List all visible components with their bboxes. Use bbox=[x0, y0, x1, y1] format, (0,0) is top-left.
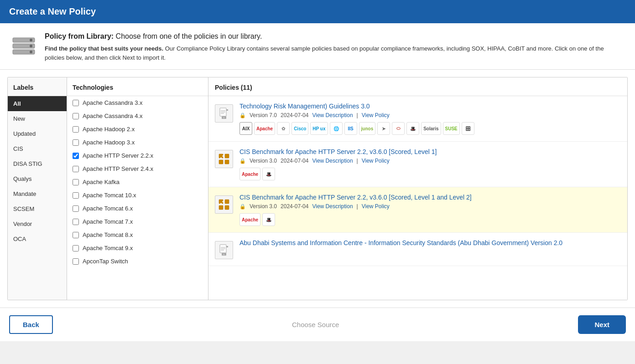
svg-point-23 bbox=[223, 201, 224, 203]
next-button[interactable]: Next bbox=[578, 315, 626, 334]
puzzle-icon bbox=[215, 195, 233, 214]
policy-details-cis-apache-http-22-level1: CIS Benchmark for Apache HTTP Server 2.2… bbox=[239, 148, 621, 180]
link-separator: | bbox=[357, 112, 358, 118]
intro-section: Policy from Library: Choose from one of … bbox=[0, 23, 635, 70]
tag-redhat: 🎩 bbox=[262, 168, 275, 180]
policy-item-abu-dhabi[interactable]: ≡ Abu Dhabi Systems and Information Cent… bbox=[208, 233, 627, 266]
tech-label-apache-tomcat-7[interactable]: Apache Tomcat 7.x bbox=[83, 218, 133, 225]
label-item-vendor[interactable]: Vendor bbox=[8, 216, 67, 231]
policy-tags-cis-apache-http-22-level12: Apache🎩 bbox=[239, 213, 621, 226]
tech-checkbox-apache-hadoop-3[interactable] bbox=[73, 139, 79, 146]
policy-name-cis-apache-http-22-level12[interactable]: CIS Benchmark for Apache HTTP Server 2.2… bbox=[239, 194, 621, 201]
tag-hp: HP ux bbox=[310, 122, 328, 135]
label-item-all[interactable]: All bbox=[8, 96, 67, 111]
tech-checkbox-apache-cassandra-3[interactable] bbox=[73, 100, 79, 106]
policy-version: Version 3.0 bbox=[250, 158, 277, 164]
page-header: Create a New Policy bbox=[0, 0, 635, 23]
view-policy-link[interactable]: View Policy bbox=[362, 158, 390, 164]
tech-label-apcontap-switch[interactable]: ApconTap Switch bbox=[83, 258, 128, 265]
tech-item-apache-http-22: Apache HTTP Server 2.2.x bbox=[67, 149, 208, 162]
tech-label-apache-tomcat-6[interactable]: Apache Tomcat 6.x bbox=[83, 205, 133, 212]
policy-date: 2024-07-04 bbox=[281, 203, 308, 210]
policy-library-icon bbox=[11, 34, 36, 60]
policy-selector: Labels AllNewUpdatedCISDISA STIGQualysMa… bbox=[7, 77, 628, 300]
tech-item-apache-cassandra-3: Apache Cassandra 3.x bbox=[67, 96, 208, 109]
view-policy-link[interactable]: View Policy bbox=[362, 112, 390, 118]
tech-item-apache-hadoop-3: Apache Hadoop 3.x bbox=[67, 136, 208, 149]
tech-label-apache-tomcat-9[interactable]: Apache Tomcat 9.x bbox=[83, 245, 133, 251]
policy-meta-cis-apache-http-22-level1: 🔒Version 3.02024-07-04View Description|V… bbox=[239, 158, 621, 164]
tech-checkbox-apache-kafka[interactable] bbox=[73, 179, 79, 185]
doc-icon: ≡ bbox=[215, 241, 233, 259]
view-policy-link[interactable]: View Policy bbox=[362, 203, 390, 210]
view-description-link[interactable]: View Description bbox=[312, 158, 353, 164]
lock-icon: 🔒 bbox=[239, 113, 246, 118]
tech-checkbox-apache-tomcat-6[interactable] bbox=[73, 205, 79, 212]
label-item-qualys[interactable]: Qualys bbox=[8, 171, 67, 186]
view-description-link[interactable]: View Description bbox=[312, 203, 353, 210]
policies-panel: Policies (11) ≡ Technology Risk Manageme… bbox=[208, 77, 627, 300]
policy-tags-trm-guidelines: AIXApache✿CiscoHP ux🌐IISjunos➤⬭🎩SolarisS… bbox=[239, 122, 621, 135]
tech-checkbox-apache-tomcat-7[interactable] bbox=[73, 219, 79, 225]
svg-point-3 bbox=[30, 39, 32, 41]
svg-point-4 bbox=[30, 45, 32, 47]
label-item-oca[interactable]: OCA bbox=[8, 231, 67, 246]
tech-checkbox-apache-tomcat-8[interactable] bbox=[73, 232, 79, 238]
tech-label-apache-tomcat-8[interactable]: Apache Tomcat 8.x bbox=[83, 231, 133, 238]
tech-checkbox-apache-tomcat-10[interactable] bbox=[73, 192, 79, 199]
policy-date: 2024-07-04 bbox=[281, 112, 308, 118]
tag-apache: Apache bbox=[239, 213, 260, 226]
policy-date: 2024-07-04 bbox=[281, 158, 308, 164]
tech-checkbox-apache-hadoop-2[interactable] bbox=[73, 126, 79, 133]
label-item-new[interactable]: New bbox=[8, 111, 67, 126]
view-description-link[interactable]: View Description bbox=[312, 112, 353, 118]
tech-checkbox-apache-tomcat-9[interactable] bbox=[73, 245, 79, 251]
svg-point-5 bbox=[30, 51, 32, 53]
tech-label-apache-hadoop-3[interactable]: Apache Hadoop 3.x bbox=[83, 139, 135, 146]
policy-name-trm-guidelines[interactable]: Technology Risk Management) Guidelines 3… bbox=[239, 103, 621, 110]
policy-version: Version 7.0 bbox=[250, 112, 277, 118]
svg-text:≡: ≡ bbox=[224, 253, 225, 256]
tag-solaris: Solaris bbox=[421, 122, 441, 135]
policy-name-abu-dhabi[interactable]: Abu Dhabi Systems and Information Centre… bbox=[239, 239, 621, 246]
tech-label-apache-kafka[interactable]: Apache Kafka bbox=[83, 179, 120, 185]
label-item-cis[interactable]: CIS bbox=[8, 141, 67, 156]
policy-item-trm-guidelines[interactable]: ≡ Technology Risk Management) Guidelines… bbox=[208, 96, 627, 142]
tag-flower: ✿ bbox=[277, 122, 290, 135]
tech-item-apcontap-switch: ApconTap Switch bbox=[67, 255, 208, 268]
technologies-title: Technologies bbox=[67, 77, 208, 96]
tag-cisco: Cisco bbox=[291, 122, 308, 135]
tech-checkbox-apache-cassandra-4[interactable] bbox=[73, 113, 79, 119]
tech-item-apache-tomcat-10: Apache Tomcat 10.x bbox=[67, 189, 208, 202]
policies-title: Policies (11) bbox=[208, 77, 627, 96]
tech-label-apache-hadoop-2[interactable]: Apache Hadoop 2.x bbox=[83, 126, 135, 133]
policy-item-cis-apache-http-22-level1[interactable]: CIS Benchmark for Apache HTTP Server 2.2… bbox=[208, 142, 627, 187]
label-item-scsem[interactable]: SCSEM bbox=[8, 201, 67, 216]
tech-item-apache-http-24: Apache HTTP Server 2.4.x bbox=[67, 162, 208, 175]
lock-icon: 🔒 bbox=[239, 158, 246, 164]
label-item-mandate[interactable]: Mandate bbox=[8, 186, 67, 201]
link-separator: | bbox=[357, 158, 358, 164]
intro-heading: Policy from Library: Choose from one of … bbox=[45, 32, 624, 41]
tech-item-apache-tomcat-8: Apache Tomcat 8.x bbox=[67, 228, 208, 241]
tag-arrow: ➤ bbox=[377, 122, 390, 135]
tech-label-apache-tomcat-10[interactable]: Apache Tomcat 10.x bbox=[83, 192, 136, 199]
tech-label-apache-http-22[interactable]: Apache HTTP Server 2.2.x bbox=[83, 152, 153, 159]
tech-checkbox-apache-http-24[interactable] bbox=[73, 166, 79, 172]
tech-label-apache-cassandra-4[interactable]: Apache Cassandra 4.x bbox=[83, 113, 143, 119]
tech-label-apache-cassandra-3[interactable]: Apache Cassandra 3.x bbox=[83, 99, 143, 106]
page-title: Create a New Policy bbox=[9, 6, 96, 16]
back-button[interactable]: Back bbox=[9, 315, 53, 334]
policy-name-cis-apache-http-22-level1[interactable]: CIS Benchmark for Apache HTTP Server 2.2… bbox=[239, 148, 621, 155]
policy-item-cis-apache-http-22-level12[interactable]: CIS Benchmark for Apache HTTP Server 2.2… bbox=[208, 187, 627, 233]
tag-apache: Apache bbox=[239, 168, 260, 180]
label-item-disa-stig[interactable]: DISA STIG bbox=[8, 156, 67, 171]
policy-details-trm-guidelines: Technology Risk Management) Guidelines 3… bbox=[239, 103, 621, 135]
tech-checkbox-apcontap-switch[interactable] bbox=[73, 258, 79, 265]
tech-checkbox-apache-http-22[interactable] bbox=[73, 153, 79, 159]
tech-label-apache-http-24[interactable]: Apache HTTP Server 2.4.x bbox=[83, 165, 153, 172]
choose-source-button: Choose Source bbox=[279, 316, 352, 333]
lock-icon: 🔒 bbox=[239, 204, 246, 210]
label-item-updated[interactable]: Updated bbox=[8, 126, 67, 141]
svg-rect-20 bbox=[225, 200, 229, 204]
